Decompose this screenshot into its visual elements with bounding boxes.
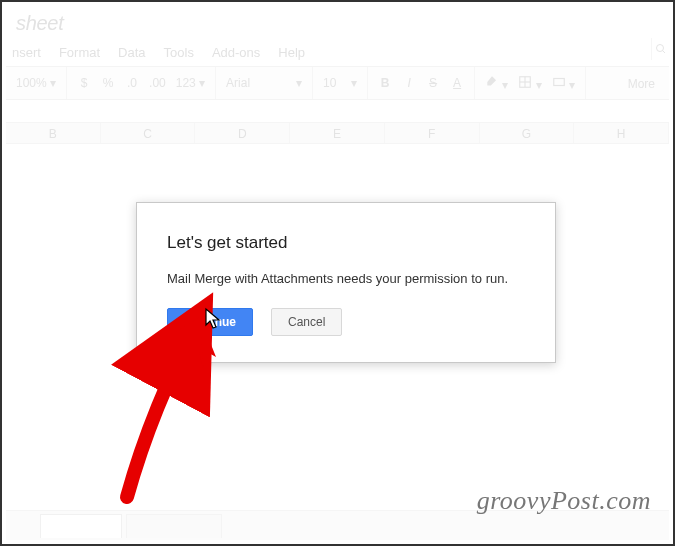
continue-button[interactable]: Continue <box>167 308 253 336</box>
dialog-title: Let's get started <box>167 233 525 253</box>
cancel-button[interactable]: Cancel <box>271 308 342 336</box>
dialog-message: Mail Merge with Attachments needs your p… <box>167 271 525 286</box>
watermark: groovyPost.com <box>477 486 651 516</box>
permission-dialog: Let's get started Mail Merge with Attach… <box>136 202 556 363</box>
